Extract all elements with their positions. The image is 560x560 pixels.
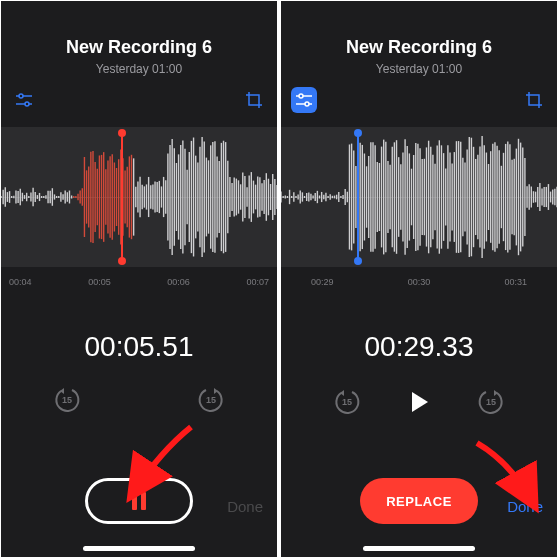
playhead-handle-top[interactable] [354,129,362,137]
home-indicator[interactable] [83,546,195,551]
playhead-handle-bottom[interactable] [118,257,126,265]
done-button[interactable]: Done [507,498,543,515]
recording-subtitle: Yesterday 01:00 [281,62,557,76]
voice-memo-editor-replace: New Recording 6 Yesterday 01:00 00:29 00… [280,0,558,558]
skip-forward-button[interactable]: 15 [476,387,506,417]
play-button[interactable] [402,385,436,419]
svg-point-135 [299,94,303,98]
done-button[interactable]: Done [227,498,263,515]
elapsed-time: 00:05.51 [1,331,277,363]
replace-button[interactable]: REPLACE [360,478,478,524]
playhead-handle-top[interactable] [118,129,126,137]
pause-icon [132,492,146,510]
playhead[interactable] [357,133,359,261]
skip-back-button[interactable]: 15 [52,385,82,415]
waveform[interactable] [1,127,277,267]
recording-subtitle: Yesterday 01:00 [1,62,277,76]
elapsed-time: 00:29.33 [281,331,557,363]
home-indicator[interactable] [363,546,475,551]
crop-icon[interactable] [241,87,267,113]
adjust-icon[interactable] [291,87,317,113]
skip-back-button[interactable]: 15 [332,387,362,417]
playhead[interactable] [121,133,123,261]
editor-toolbar [281,85,557,115]
voice-memo-editor-recording: New Recording 6 Yesterday 01:00 00:04 00… [0,0,278,558]
svg-point-3 [25,102,29,106]
transport-controls: 15 15 [281,385,557,419]
editor-toolbar [1,85,277,115]
time-ruler: 00:29 00:30 00:31 [281,277,557,297]
svg-point-1 [19,94,23,98]
playhead-handle-bottom[interactable] [354,257,362,265]
svg-point-137 [305,102,309,106]
recording-title[interactable]: New Recording 6 [1,37,277,58]
transport-controls: 15 15 [1,385,277,415]
pause-record-button[interactable] [85,478,193,524]
adjust-icon[interactable] [11,87,37,113]
time-ruler: 00:04 00:05 00:06 00:07 [1,277,277,297]
recording-title[interactable]: New Recording 6 [281,37,557,58]
skip-forward-button[interactable]: 15 [196,385,226,415]
crop-icon[interactable] [521,87,547,113]
waveform[interactable] [281,127,557,267]
